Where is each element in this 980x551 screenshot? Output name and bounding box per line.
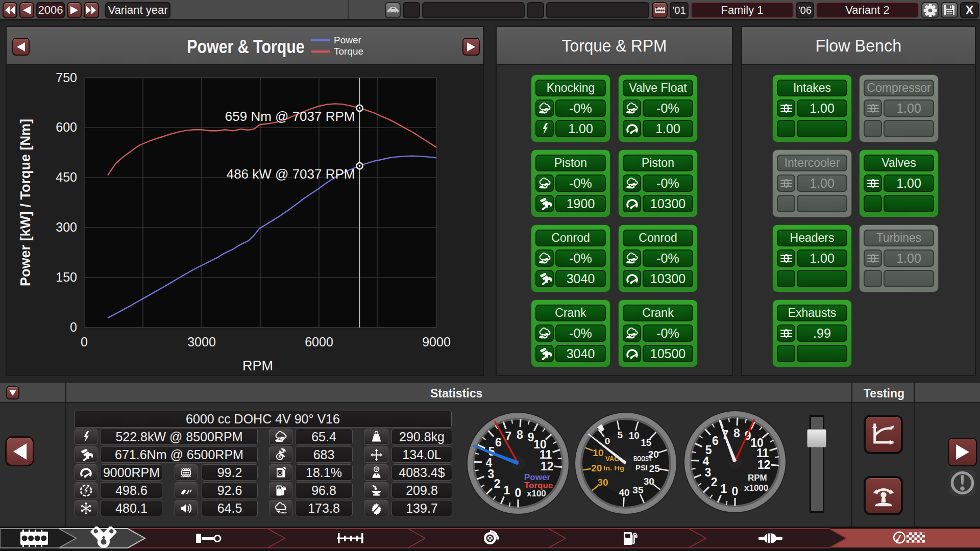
svg-text:$: $	[375, 467, 378, 471]
svg-text:0: 0	[732, 485, 739, 498]
svg-text:20: 20	[591, 463, 602, 473]
svg-text:12: 12	[757, 458, 771, 471]
svg-text:30: 30	[597, 477, 608, 488]
svg-text:6: 6	[712, 434, 719, 447]
svg-text:10: 10	[629, 430, 640, 441]
svg-text:91: 91	[278, 486, 281, 489]
svg-text:150: 150	[56, 270, 77, 284]
svg-text:RPM: RPM	[748, 473, 767, 483]
svg-text:2: 2	[711, 475, 718, 489]
svg-text:40: 40	[619, 487, 629, 498]
svg-text:BOOST: BOOST	[633, 455, 652, 463]
svg-text:1: 1	[720, 482, 727, 495]
svg-text:3: 3	[705, 466, 712, 479]
svg-text:9000: 9000	[422, 335, 451, 349]
svg-text:In. Hg: In. Hg	[603, 464, 624, 472]
svg-text:3000: 3000	[187, 335, 216, 349]
svg-text:6000: 6000	[305, 335, 333, 349]
svg-text:0: 0	[515, 486, 522, 499]
svg-text:x100: x100	[527, 489, 546, 498]
svg-text:3: 3	[488, 467, 495, 481]
svg-text:30: 30	[644, 476, 654, 487]
svg-text:1: 1	[503, 484, 510, 497]
svg-text:25: 25	[649, 463, 660, 474]
svg-text:x1000: x1000	[744, 483, 768, 493]
svg-text:$: $	[278, 454, 281, 459]
svg-text:PSI: PSI	[635, 464, 648, 472]
svg-text:5: 5	[618, 430, 623, 440]
svg-text:2: 2	[494, 477, 501, 490]
svg-text:RPM: RPM	[242, 358, 273, 373]
svg-text:300: 300	[56, 220, 77, 234]
svg-text:0: 0	[605, 436, 610, 446]
svg-text:750: 750	[56, 70, 77, 85]
svg-text:0: 0	[81, 335, 88, 349]
svg-text:0: 0	[70, 320, 77, 334]
svg-text:10: 10	[593, 447, 603, 458]
svg-text:450: 450	[56, 170, 77, 184]
svg-text:486 kW @ 7037 RPM: 486 kW @ 7037 RPM	[227, 166, 355, 182]
svg-text:35: 35	[632, 485, 644, 495]
svg-text:659 Nm @ 7037 RPM: 659 Nm @ 7037 RPM	[225, 109, 355, 124]
svg-text:15: 15	[641, 437, 652, 448]
svg-text:5: 5	[705, 443, 712, 457]
svg-text:600: 600	[56, 120, 77, 134]
svg-text:Power [kW] / Torque [Nm]: Power [kW] / Torque [Nm]	[18, 119, 33, 286]
svg-text:6: 6	[495, 436, 502, 449]
svg-text:12: 12	[541, 460, 554, 473]
svg-text:8: 8	[517, 428, 523, 441]
svg-text:8: 8	[733, 427, 740, 440]
